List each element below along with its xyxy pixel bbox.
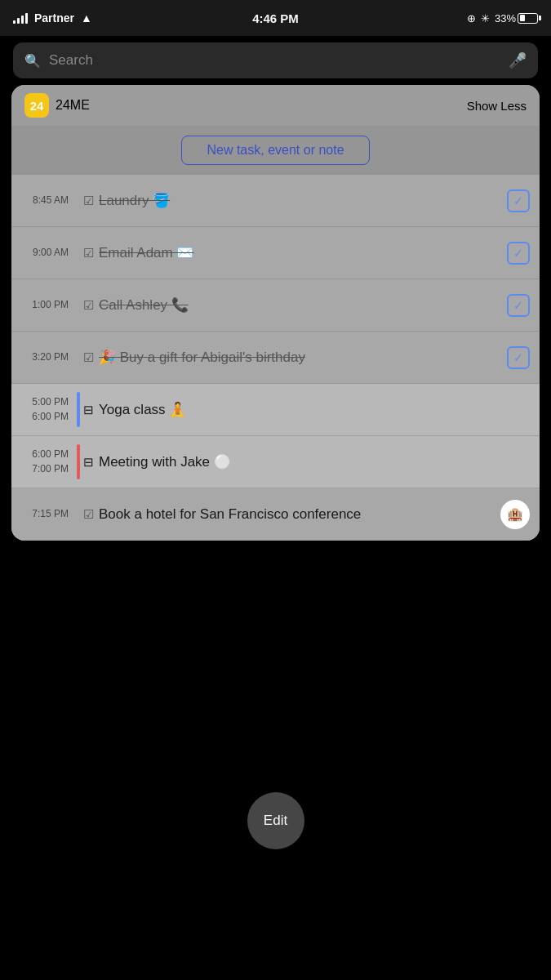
task-time-col: 3:20 PM <box>21 351 77 364</box>
task-item-book-hotel[interactable]: 7:15 PM ☑ Book a hotel for San Francisco… <box>11 488 540 541</box>
task-time-end: 6:00 PM <box>32 411 69 424</box>
new-task-button[interactable]: New task, event or note <box>181 136 369 165</box>
search-bar[interactable]: 🔍 Search 🎤 <box>13 42 538 78</box>
wifi-icon: ▲ <box>81 11 92 24</box>
task-time-start: 6:00 PM <box>32 448 69 461</box>
battery-fill <box>520 15 526 21</box>
task-checkbox-icon: ☑ <box>83 246 94 261</box>
task-done-icon: ✓ <box>507 294 530 317</box>
task-item-email-adam[interactable]: 9:00 AM ☑ Email Adam ✉️ ✓ <box>11 227 540 279</box>
widget-header: 24 24ME Show Less <box>11 85 540 126</box>
app-name: 24ME <box>56 98 90 113</box>
task-content: ☑ Laundry 🪣 <box>83 192 507 209</box>
bluetooth-icon: ✳ <box>481 12 490 24</box>
status-bar: Partner ▲ 4:46 PM ⊕ ✳ 33% <box>0 0 551 36</box>
task-label: Call Ashley 📞 <box>99 296 189 314</box>
task-indicator <box>77 497 80 532</box>
task-time-end: 7:00 PM <box>32 463 69 476</box>
task-content: ☑ Email Adam ✉️ <box>83 244 507 261</box>
mic-icon[interactable]: 🎤 <box>509 51 527 69</box>
edit-button[interactable]: Edit <box>247 792 304 849</box>
task-item-birthday-gift[interactable]: 3:20 PM ☑ 🎉 Buy a gift for Abigail's bir… <box>11 332 540 384</box>
hotel-icon: 🏨 <box>500 500 530 529</box>
task-label: Yoga class 🧘 <box>99 401 186 418</box>
task-label: Laundry 🪣 <box>99 192 170 209</box>
task-checkbox-icon: ☑ <box>83 507 94 522</box>
task-time-start: 7:15 PM <box>32 508 69 521</box>
task-checkbox-icon: ☑ <box>83 298 94 313</box>
task-time-col: 8:45 AM <box>21 194 77 207</box>
status-left: Partner ▲ <box>13 11 92 24</box>
task-label: Email Adam ✉️ <box>99 244 193 261</box>
location-icon: ⊕ <box>467 12 476 24</box>
search-icon: 🔍 <box>24 53 41 69</box>
show-less-button[interactable]: Show Less <box>467 99 527 113</box>
task-indicator <box>77 235 80 270</box>
task-item-yoga-class[interactable]: 5:00 PM 6:00 PM ⊟ Yoga class 🧘 <box>11 384 540 436</box>
task-item-meeting-jake[interactable]: 6:00 PM 7:00 PM ⊟ Meeting with Jake ⚪ <box>11 436 540 488</box>
task-indicator <box>77 287 80 323</box>
widget-header-left: 24 24ME <box>24 93 90 118</box>
task-time-start: 3:20 PM <box>32 351 69 364</box>
task-content: ⊟ Meeting with Jake ⚪ <box>83 453 530 470</box>
battery-icon <box>518 13 538 24</box>
widget-container: 24 24ME Show Less New task, event or not… <box>11 85 540 541</box>
task-indicator <box>77 392 80 427</box>
task-checkbox-icon: ☑ <box>83 350 94 365</box>
calendar-icon: ⊟ <box>83 455 94 470</box>
task-time-start: 5:00 PM <box>32 396 69 409</box>
task-time-col: 6:00 PM 7:00 PM <box>21 448 77 475</box>
task-time-start: 8:45 AM <box>33 194 69 207</box>
task-done-icon: ✓ <box>507 346 530 369</box>
edit-button-container: Edit <box>247 792 304 849</box>
task-time-start: 9:00 AM <box>33 247 69 260</box>
task-done-icon: ✓ <box>507 189 530 212</box>
status-time: 4:46 PM <box>252 11 299 25</box>
task-time-start: 1:00 PM <box>32 299 69 312</box>
task-label: Book a hotel for San Francisco conferenc… <box>99 506 361 523</box>
task-content: ⊟ Yoga class 🧘 <box>83 401 530 418</box>
status-right: ⊕ ✳ 33% <box>467 12 538 24</box>
battery-percent: 33% <box>495 12 516 24</box>
task-indicator <box>77 444 80 479</box>
task-label: Meeting with Jake ⚪ <box>99 453 231 470</box>
task-checkbox-icon: ☑ <box>83 194 94 208</box>
task-time-col: 1:00 PM <box>21 299 77 312</box>
task-content: ☑ Book a hotel for San Francisco confere… <box>83 506 497 523</box>
task-label: 🎉 Buy a gift for Abigail's birthday <box>99 349 305 366</box>
task-done-icon: ✓ <box>507 242 530 265</box>
task-content: ☑ 🎉 Buy a gift for Abigail's birthday <box>83 349 507 366</box>
calendar-icon: ⊟ <box>83 403 94 417</box>
task-item-laundry[interactable]: 8:45 AM ☑ Laundry 🪣 ✓ <box>11 175 540 227</box>
task-indicator <box>77 340 80 375</box>
task-time-col: 5:00 PM 6:00 PM <box>21 396 77 423</box>
app-icon: 24 <box>24 93 49 118</box>
task-time-col: 9:00 AM <box>21 247 77 260</box>
carrier-name: Partner <box>34 11 74 24</box>
new-task-row: New task, event or note <box>11 126 540 175</box>
battery-container: 33% <box>495 12 538 24</box>
search-placeholder: Search <box>49 52 500 69</box>
signal-bars <box>13 12 28 24</box>
task-item-call-ashley[interactable]: 1:00 PM ☑ Call Ashley 📞 ✓ <box>11 279 540 332</box>
task-indicator <box>77 183 80 218</box>
task-time-col: 7:15 PM <box>21 508 77 521</box>
task-list: 8:45 AM ☑ Laundry 🪣 ✓ 9:00 AM ☑ Email Ad… <box>11 175 540 541</box>
task-content: ☑ Call Ashley 📞 <box>83 296 507 314</box>
